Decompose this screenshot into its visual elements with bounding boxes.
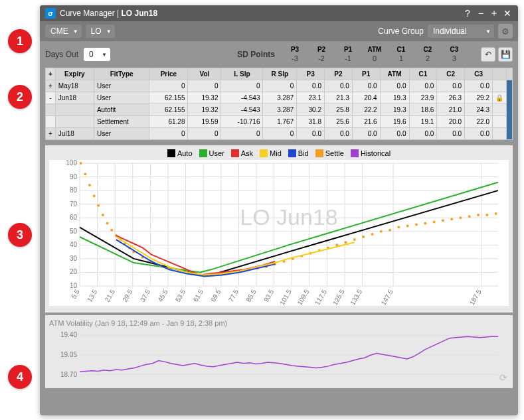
grid-cell[interactable]: 31.8	[297, 116, 325, 128]
legend-item[interactable]: Mid	[260, 149, 282, 157]
scroll-indicator[interactable]	[507, 80, 513, 140]
grid-cell[interactable]: -4.543	[221, 104, 263, 116]
grid-cell[interactable]: -4.543	[221, 92, 263, 104]
legend-item[interactable]: Bid	[288, 149, 309, 157]
grid-cell[interactable]: 18.6	[409, 104, 437, 116]
grid-cell[interactable]: 30.2	[297, 104, 325, 116]
curve-group-dropdown[interactable]: Individual	[428, 25, 494, 38]
grid-header: L Slp	[221, 68, 263, 80]
curve-group-label: Curve Group	[378, 27, 424, 36]
expand-row-icon[interactable]	[46, 104, 56, 116]
grid-cell[interactable]: 21.3	[325, 92, 353, 104]
grid-cell[interactable]: 24.3	[465, 104, 493, 116]
grid-cell[interactable]: 0.0	[465, 80, 493, 92]
grid-cell[interactable]: 22.2	[352, 104, 380, 116]
grid-cell[interactable]: 25.6	[325, 116, 353, 128]
legend-item[interactable]: Ask	[231, 149, 253, 157]
grid-cell[interactable]: 62.155	[149, 104, 188, 116]
gear-icon[interactable]: ⚙	[498, 24, 513, 38]
grid-cell[interactable]: 0.0	[465, 128, 493, 140]
grid-cell[interactable]: 22.0	[465, 116, 493, 128]
expand-all-icon[interactable]: +	[46, 68, 56, 80]
grid-cell[interactable]: 0.0	[380, 80, 409, 92]
grid-cell[interactable]: 29.2	[465, 92, 493, 104]
svg-text:45.5: 45.5	[156, 288, 169, 303]
grid-cell[interactable]: 0.0	[352, 128, 380, 140]
grid-cell[interactable]: 0.0	[409, 128, 437, 140]
grid-header: Vol	[188, 68, 221, 80]
product-dropdown[interactable]: LO	[86, 25, 115, 38]
grid-cell[interactable]: 0	[221, 80, 263, 92]
lock-icon[interactable]	[493, 128, 507, 140]
grid-cell[interactable]: 23.1	[297, 92, 325, 104]
legend-item[interactable]: Historical	[351, 149, 391, 157]
legend-item[interactable]: Settle	[315, 149, 344, 157]
grid-cell[interactable]: 23.9	[409, 92, 437, 104]
grid-cell[interactable]: 3.287	[263, 104, 297, 116]
svg-point-100	[380, 230, 383, 233]
grid-cell[interactable]: 3.287	[263, 92, 297, 104]
save-icon[interactable]: 💾	[498, 47, 513, 62]
expand-row-icon[interactable]	[46, 116, 56, 128]
lock-icon[interactable]	[493, 104, 507, 116]
grid-cell[interactable]: -10.716	[221, 116, 263, 128]
expand-row-icon[interactable]: +	[46, 80, 56, 92]
grid-cell[interactable]: 19.32	[188, 92, 221, 104]
grid-cell[interactable]: 0	[263, 128, 297, 140]
grid-cell[interactable]: 19.1	[409, 116, 437, 128]
undo-icon[interactable]: ↶	[481, 47, 495, 62]
grid-cell[interactable]: 0.0	[325, 80, 353, 92]
grid-cell[interactable]: 19.32	[188, 104, 221, 116]
grid-cell[interactable]: 0	[221, 128, 263, 140]
lock-icon[interactable]	[493, 116, 507, 128]
lock-icon[interactable]: 🔒	[493, 92, 507, 104]
days-out-input[interactable]: 0	[84, 48, 110, 61]
maximize-icon[interactable]: ＋	[489, 8, 499, 19]
grid-cell[interactable]: 0.0	[437, 128, 465, 140]
grid-cell[interactable]: 0	[149, 128, 188, 140]
grid-cell[interactable]: 21.0	[437, 104, 465, 116]
expand-row-icon[interactable]: +	[46, 128, 56, 140]
svg-text:5.5: 5.5	[70, 288, 81, 300]
grid-cell[interactable]: 0.0	[380, 128, 409, 140]
grid-cell[interactable]: 26.3	[437, 92, 465, 104]
grid-cell[interactable]: 21.6	[352, 116, 380, 128]
grid-cell[interactable]: 0.0	[325, 128, 353, 140]
vol-svg[interactable]: 19.4019.0518.70	[49, 328, 509, 382]
expand-row-icon[interactable]: -	[46, 92, 56, 104]
help-icon[interactable]: ?	[462, 8, 473, 19]
fittype-cell: User	[94, 128, 149, 140]
grid-cell[interactable]: 19.3	[380, 104, 409, 116]
grid-cell[interactable]: 0	[149, 80, 188, 92]
sd-col-val: 1	[388, 54, 414, 63]
callout-3: 3	[8, 223, 32, 247]
grid-cell[interactable]: 62.155	[149, 92, 188, 104]
grid-header: C1	[409, 68, 437, 80]
legend-item[interactable]: Auto	[167, 149, 193, 157]
exchange-dropdown[interactable]: CME	[45, 25, 82, 38]
grid-cell[interactable]: 1.767	[263, 116, 297, 128]
close-icon[interactable]: ✕	[502, 8, 513, 19]
grid-cell[interactable]: 0	[263, 80, 297, 92]
grid-cell[interactable]: 61.28	[149, 116, 188, 128]
grid-cell[interactable]: 0.0	[437, 80, 465, 92]
lock-icon[interactable]	[493, 80, 507, 92]
grid-cell[interactable]: 0.0	[297, 80, 325, 92]
grid-cell[interactable]: 0	[188, 80, 221, 92]
grid-cell[interactable]: 0	[188, 128, 221, 140]
window: σ Curve Manager | LO Jun18 ? − ＋ ✕ CME L…	[40, 5, 518, 415]
legend-item[interactable]: User	[199, 149, 224, 157]
grid-cell[interactable]: 0.0	[352, 80, 380, 92]
minimize-icon[interactable]: −	[476, 8, 486, 19]
grid-cell[interactable]: 19.6	[380, 116, 409, 128]
grid-cell[interactable]: 0.0	[297, 128, 325, 140]
refresh-icon[interactable]: ⟳	[499, 372, 507, 383]
grid-cell[interactable]: 19.3	[380, 92, 409, 104]
grid-cell[interactable]: 20.4	[352, 92, 380, 104]
grid-cell[interactable]: 0.0	[409, 80, 437, 92]
grid-cell[interactable]: 25.8	[325, 104, 353, 116]
grid-cell[interactable]: 19.59	[188, 116, 221, 128]
chart-svg[interactable]: 1020304050607080901005.513.521.529.537.5…	[49, 160, 509, 306]
svg-point-110	[468, 215, 471, 218]
grid-cell[interactable]: 20.0	[437, 116, 465, 128]
